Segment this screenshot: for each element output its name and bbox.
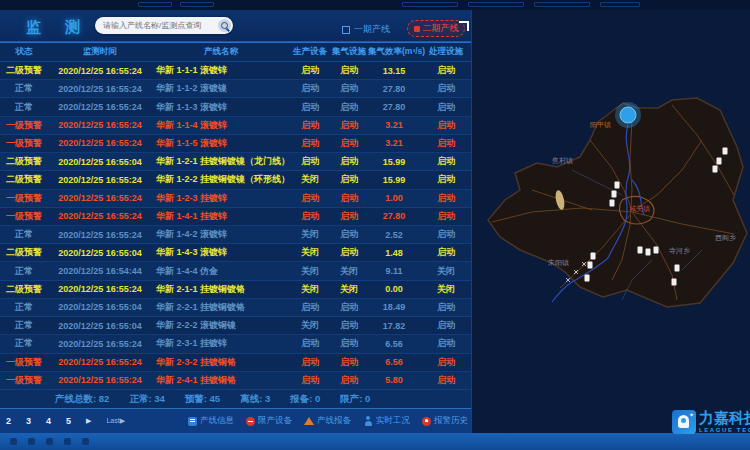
table-row[interactable]: 二级预警2020/12/25 16:55:04华新 1-4-3 滚镀锌关闭启动1… xyxy=(0,244,472,262)
table-row[interactable]: 一级预警2020/12/25 16:55:24华新 1-2-3 挂镀锌启动启动1… xyxy=(0,190,472,208)
cell-gas: 启动 xyxy=(330,119,368,132)
cell-status: 二级预警 xyxy=(0,173,48,186)
cell-treat: 启动 xyxy=(420,210,472,223)
cell-prod: 启动 xyxy=(290,101,330,114)
legend-item-bell[interactable]: 报警历史 xyxy=(422,415,468,427)
table-row[interactable]: 正常2020/12/25 16:55:24华新 2-3-1 挂镀锌启动启动6.5… xyxy=(0,335,472,353)
cell-prod: 启动 xyxy=(290,192,330,205)
cell-gas: 启动 xyxy=(330,155,368,168)
brand-name-en: LEAGUE TECH xyxy=(699,427,750,433)
cell-prod: 关闭 xyxy=(290,265,330,278)
alert-circle-marker[interactable] xyxy=(615,102,641,128)
factory-marker-icon[interactable] xyxy=(588,262,593,269)
map-panel[interactable]: 阳平镇焦村镇城关镇朱阳镇寺河乡西阎乡 xyxy=(472,10,750,433)
phase2-button[interactable]: 二期产线 xyxy=(407,20,465,37)
cell-time: 2020/12/25 16:55:24 xyxy=(48,66,152,76)
cell-prod: 启动 xyxy=(290,356,330,369)
table-row[interactable]: 一级预警2020/12/25 16:55:24华新 1-1-5 滚镀锌启动启动3… xyxy=(0,135,472,153)
column-header: 集气效率(m³/s) xyxy=(368,46,420,58)
cell-name: 华新 1-1-5 滚镀锌 xyxy=(152,137,290,150)
column-header: 产线名称 xyxy=(152,46,290,58)
cell-treat: 启动 xyxy=(420,319,472,332)
factory-marker-icon[interactable] xyxy=(672,279,677,286)
cell-status: 二级预警 xyxy=(0,283,48,296)
page-button[interactable]: 5 xyxy=(66,416,71,426)
town-label: 阳平镇 xyxy=(590,121,611,129)
cell-name: 华新 2-1-1 挂镀铜镀铬 xyxy=(152,283,290,296)
cell-prod: 关闭 xyxy=(290,173,330,186)
cell-time: 2020/12/25 16:55:24 xyxy=(48,84,152,94)
list-icon xyxy=(188,417,197,426)
next-page-button[interactable]: ▶ xyxy=(86,417,91,425)
footer-chip-icon[interactable] xyxy=(64,438,71,445)
factory-marker-icon[interactable] xyxy=(591,253,596,260)
factory-marker-icon[interactable] xyxy=(638,247,643,254)
table-row[interactable]: 正常2020/12/25 16:55:24华新 1-1-3 滚镀锌启动启动27.… xyxy=(0,98,472,116)
bottom-bar: 2345▶Last▶ 产线信息限产设备产线报备实时工况报警历史 xyxy=(0,408,472,433)
footer-chip-icon[interactable] xyxy=(82,438,89,445)
table-row[interactable]: 二级预警2020/12/25 16:55:24华新 1-2-2 挂镀铜镀镍（环形… xyxy=(0,171,472,189)
summary-item: 正常: 34 xyxy=(129,393,164,406)
district-map[interactable]: 阳平镇焦村镇城关镇朱阳镇寺河乡西阎乡 xyxy=(472,10,750,433)
table-row[interactable]: 一级预警2020/12/25 16:55:24华新 1-4-1 挂镀锌启动启动2… xyxy=(0,208,472,226)
cell-status: 一级预警 xyxy=(0,374,48,387)
table-row[interactable]: 一级预警2020/12/25 16:55:24华新 1-1-4 滚镀锌启动启动3… xyxy=(0,117,472,135)
cell-rate: 17.82 xyxy=(368,321,420,331)
search-input[interactable] xyxy=(103,17,213,34)
cell-prod: 启动 xyxy=(290,137,330,150)
legend-item-person[interactable]: 实时工况 xyxy=(363,415,410,427)
factory-marker-icon[interactable] xyxy=(610,200,615,207)
factory-marker-icon[interactable] xyxy=(717,158,722,165)
table-row[interactable]: 二级预警2020/12/25 16:55:04华新 1-2-1 挂镀铜镀镍（龙门… xyxy=(0,153,472,171)
header-bar: 监 测 一期产线 二期产线 xyxy=(0,10,472,42)
cell-gas: 启动 xyxy=(330,101,368,114)
phase1-checkbox[interactable]: 一期产线 xyxy=(342,23,390,36)
table-row[interactable]: 一级预警2020/12/25 16:55:24华新 2-4-1 挂镀铜铬启动启动… xyxy=(0,372,472,390)
cell-status: 二级预警 xyxy=(0,64,48,77)
factory-marker-icon[interactable] xyxy=(585,275,590,282)
table-row[interactable]: 二级预警2020/12/25 16:55:24华新 2-1-1 挂镀铜镀铬关闭关… xyxy=(0,281,472,299)
factory-marker-icon[interactable] xyxy=(615,182,620,189)
legend-item-tri[interactable]: 产线报备 xyxy=(304,415,351,427)
cell-gas: 关闭 xyxy=(330,265,368,278)
table-row[interactable]: 二级预警2020/12/25 16:55:24华新 1-1-1 滚镀锌启动启动1… xyxy=(0,62,472,80)
summary-item: 限产: 0 xyxy=(340,393,370,406)
table-row[interactable]: 正常2020/12/25 16:54:44华新 1-4-4 仿金关闭关闭9.11… xyxy=(0,262,472,280)
cell-name: 华新 1-4-4 仿金 xyxy=(152,265,290,278)
factory-marker-icon[interactable] xyxy=(654,247,659,254)
cell-name: 华新 2-4-1 挂镀铜铬 xyxy=(152,374,290,387)
factory-marker-icon[interactable] xyxy=(713,166,718,173)
legend-item-list[interactable]: 产线信息 xyxy=(188,415,234,427)
cell-gas: 启动 xyxy=(330,192,368,205)
cell-rate: 5.80 xyxy=(368,375,420,385)
table-row[interactable]: 正常2020/12/25 16:55:24华新 1-1-2 滚镀镍启动启动27.… xyxy=(0,80,472,98)
footer-chip-icon[interactable] xyxy=(28,438,35,445)
legend-item-ban[interactable]: 限产设备 xyxy=(246,415,292,427)
page-button[interactable]: 3 xyxy=(26,416,31,426)
table-row[interactable]: 正常2020/12/25 16:55:04华新 2-2-1 挂镀铜镀铬启动启动1… xyxy=(0,299,472,317)
cell-rate: 9.11 xyxy=(368,266,420,276)
search-icon[interactable] xyxy=(218,19,231,32)
factory-marker-icon[interactable] xyxy=(723,148,728,155)
cell-gas: 启动 xyxy=(330,137,368,150)
search-box[interactable] xyxy=(95,17,233,34)
cell-name: 华新 1-1-2 滚镀镍 xyxy=(152,82,290,95)
factory-marker-icon[interactable] xyxy=(675,265,680,272)
table-row[interactable]: 正常2020/12/25 16:55:04华新 2-2-2 滚镀铜镍关闭启动17… xyxy=(0,317,472,335)
table-row[interactable]: 一级预警2020/12/25 16:55:24华新 2-3-2 挂镀铜铬启动启动… xyxy=(0,354,472,372)
factory-marker-icon[interactable] xyxy=(646,249,651,256)
footer-chip-icon[interactable] xyxy=(46,438,53,445)
factory-marker-icon[interactable] xyxy=(612,191,617,198)
window-tab-ghost xyxy=(600,2,640,7)
last-page-button[interactable]: Last▶ xyxy=(106,417,125,425)
page-button[interactable]: 2 xyxy=(6,416,11,426)
footer-chip-icon[interactable] xyxy=(10,438,17,445)
summary-item: 产线总数: 82 xyxy=(55,393,109,406)
cell-rate: 3.21 xyxy=(368,120,420,130)
cell-status: 一级预警 xyxy=(0,192,48,205)
cell-name: 华新 1-4-2 滚镀锌 xyxy=(152,228,290,241)
table-row[interactable]: 正常2020/12/25 16:55:24华新 1-4-2 滚镀锌关闭启动2.5… xyxy=(0,226,472,244)
cell-status: 正常 xyxy=(0,101,48,114)
page-button[interactable]: 4 xyxy=(46,416,51,426)
checkbox-icon[interactable] xyxy=(342,26,350,34)
